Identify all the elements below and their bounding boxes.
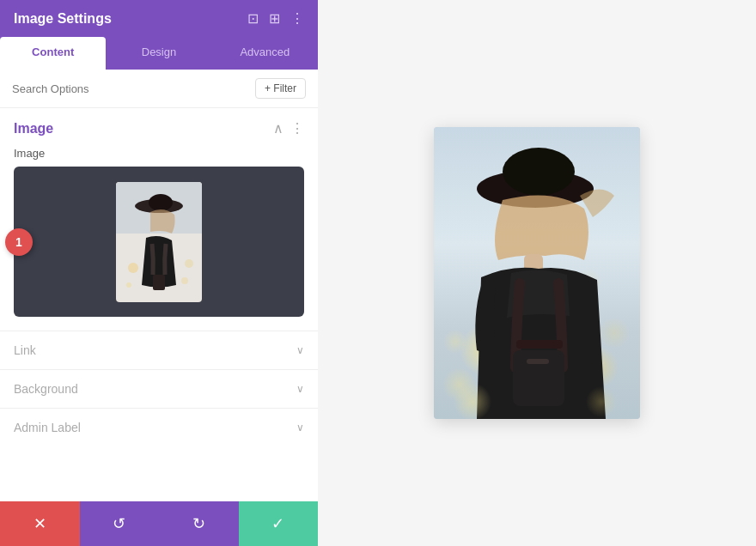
preview-image [434, 127, 640, 419]
search-filter-row: + Filter [0, 70, 318, 108]
preview-svg [434, 127, 640, 419]
bottom-toolbar: ✕ ↺ ↻ ✓ [0, 501, 318, 546]
svg-point-23 [586, 386, 617, 417]
columns-icon[interactable]: ⊞ [269, 10, 280, 27]
admin-label-label: Admin Label [14, 421, 81, 434]
background-label: Background [14, 382, 78, 396]
section-background[interactable]: Background ∨ [0, 369, 318, 408]
svg-point-13 [599, 318, 630, 349]
svg-point-6 [181, 277, 188, 284]
svg-point-7 [126, 282, 131, 288]
section-more-icon[interactable]: ⋮ [290, 120, 304, 136]
more-icon[interactable]: ⋮ [290, 10, 304, 27]
image-section-title: Image [14, 121, 53, 136]
thumbnail-inner [116, 182, 202, 302]
section-link[interactable]: Link ∨ [0, 331, 318, 369]
filter-button[interactable]: + Filter [255, 78, 306, 99]
thumbnail-svg [116, 182, 202, 302]
panel-body: Image ∧ ⋮ Image 1 [0, 108, 318, 501]
resize-icon[interactable]: ⊡ [247, 10, 259, 27]
background-chevron-icon: ∨ [296, 383, 304, 395]
header-icons: ⊡ ⊞ ⋮ [247, 10, 304, 27]
tab-content[interactable]: Content [0, 37, 106, 70]
tab-bar: Content Design Advanced [0, 37, 318, 70]
svg-point-22 [454, 383, 491, 419]
section-controls: ∧ ⋮ [273, 120, 304, 136]
svg-point-3 [149, 194, 173, 211]
collapse-icon[interactable]: ∧ [273, 120, 284, 136]
image-field-label: Image [0, 143, 318, 167]
link-label: Link [14, 343, 36, 357]
svg-point-8 [185, 259, 193, 268]
content-area [318, 0, 756, 546]
tab-advanced[interactable]: Advanced [212, 37, 318, 70]
admin-label-chevron-icon: ∨ [296, 422, 304, 434]
svg-point-24 [443, 330, 467, 354]
cancel-button[interactable]: ✕ [0, 501, 80, 546]
image-section-header: Image ∧ ⋮ [0, 108, 318, 143]
svg-rect-4 [153, 275, 165, 290]
section-admin-label[interactable]: Admin Label ∨ [0, 408, 318, 446]
panel-title: Image Settings [14, 11, 112, 27]
svg-point-5 [128, 263, 138, 273]
link-chevron-icon: ∨ [296, 344, 304, 356]
tab-design[interactable]: Design [106, 37, 211, 70]
svg-rect-20 [513, 350, 564, 406]
image-thumbnail [116, 182, 202, 302]
svg-rect-21 [527, 359, 549, 364]
undo-button[interactable]: ↺ [80, 501, 160, 546]
search-input[interactable] [12, 82, 248, 95]
redo-button[interactable]: ↻ [159, 501, 239, 546]
svg-rect-19 [516, 340, 563, 349]
save-button[interactable]: ✓ [239, 501, 319, 546]
image-upload-area[interactable]: 1 [14, 167, 304, 317]
svg-point-17 [503, 148, 575, 196]
panel-header: Image Settings ⊡ ⊞ ⋮ [0, 0, 318, 37]
image-badge: 1 [5, 228, 33, 256]
settings-panel: Image Settings ⊡ ⊞ ⋮ Content Design Adva… [0, 0, 318, 546]
